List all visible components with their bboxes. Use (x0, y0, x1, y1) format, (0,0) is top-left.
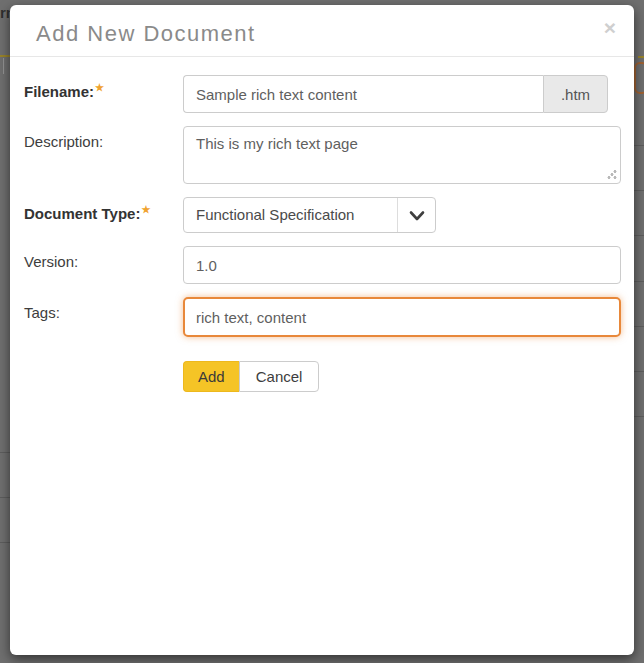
filename-extension-addon: .htm (543, 75, 608, 113)
close-icon[interactable]: × (604, 17, 616, 38)
backdrop-row-line (634, 371, 644, 372)
backdrop-row-line (0, 542, 10, 543)
backdrop-artifact (634, 62, 644, 94)
backdrop-artifact (638, 56, 644, 58)
tags-input[interactable] (183, 297, 621, 337)
add-document-dialog: Add New Document × Filename:★ .htm Descr… (10, 5, 634, 655)
backdrop-artifact (0, 55, 10, 57)
description-label: Description: (24, 126, 183, 184)
add-button[interactable]: Add (183, 361, 239, 392)
tags-row: Tags: (24, 297, 621, 337)
document-type-label: Document Type:★ (24, 197, 183, 233)
filename-row: Filename:★ .htm (24, 75, 621, 113)
cancel-button[interactable]: Cancel (239, 361, 320, 392)
backdrop-row-line (634, 190, 644, 191)
resize-grip-icon[interactable] (606, 169, 617, 180)
dialog-actions: Add Cancel (183, 361, 621, 392)
backdrop-row-line (634, 416, 644, 417)
backdrop-row-line (0, 497, 10, 498)
version-label: Version: (24, 246, 183, 284)
chevron-down-icon (407, 207, 427, 225)
backdrop-row-line (0, 452, 10, 453)
backdrop-row-line (634, 235, 644, 236)
dialog-title: Add New Document (36, 21, 256, 46)
tags-label: Tags: (24, 297, 183, 337)
description-row: Description: This is my rich text page (24, 126, 621, 184)
document-type-select[interactable]: Functional Specification (183, 197, 436, 233)
backdrop-row-line (634, 281, 644, 282)
backdrop-artifact (3, 58, 4, 74)
filename-label: Filename:★ (24, 75, 183, 113)
dialog-body: Filename:★ .htm Description: This is my … (10, 57, 634, 392)
document-type-row: Document Type:★ Functional Specification (24, 197, 621, 233)
filename-input-group: .htm (183, 75, 608, 113)
backdrop-row-line (634, 326, 644, 327)
version-row: Version: (24, 246, 621, 284)
version-input[interactable] (183, 246, 621, 284)
select-divider (397, 198, 398, 232)
backdrop-row-line (634, 145, 644, 146)
required-star-icon: ★ (95, 82, 104, 93)
dialog-header: Add New Document × (10, 5, 634, 57)
description-textarea[interactable]: This is my rich text page (183, 126, 621, 184)
required-star-icon: ★ (141, 204, 150, 215)
filename-input[interactable] (183, 75, 543, 113)
